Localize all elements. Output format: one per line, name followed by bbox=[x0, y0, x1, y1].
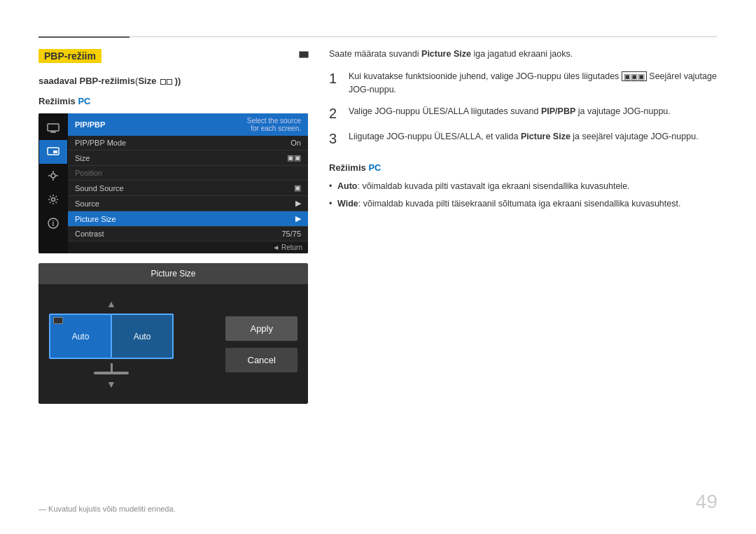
menu-item-picturesize-value: ▶ bbox=[295, 214, 301, 223]
section1-title: Režiimis PC bbox=[38, 96, 312, 106]
menu-box: i PIP/PBP Select the source for each scr… bbox=[38, 113, 308, 253]
step-number-3: 3 bbox=[329, 130, 342, 147]
right-section-title: Režiimis PC bbox=[329, 162, 718, 173]
menu-item-contrast-value: 75/75 bbox=[281, 230, 301, 238]
arrow-up-icon: ▲ bbox=[106, 298, 116, 309]
step-text-3: Liigutage JOG-nuppu ÜLES/ALLA, et valida… bbox=[349, 130, 699, 147]
step-number-1: 1 bbox=[329, 70, 342, 97]
monitor-stand bbox=[94, 363, 129, 374]
menu-item-size-label: Size bbox=[75, 154, 90, 162]
menu-icons-col: i bbox=[38, 113, 68, 253]
footer-note: Kuvatud kujutis võib mudeliti erineda. bbox=[38, 505, 176, 513]
menu-item-contrast[interactable]: Contrast 75/75 bbox=[68, 227, 308, 241]
menu-item-sound-value: ▣ bbox=[294, 183, 301, 192]
right-bullets: Auto: võimaldab kuvada pilti vastavalt i… bbox=[329, 180, 718, 211]
menu-item-position: Position bbox=[68, 166, 308, 181]
step-1: 1 Kui kuvatakse funktsioonide juhend, va… bbox=[329, 70, 718, 97]
menu-content-col: PIP/PBP Select the source for each scree… bbox=[68, 113, 308, 253]
menu-row: i PIP/PBP Select the source for each scr… bbox=[38, 113, 308, 253]
step-text-1: Kui kuvatakse funktsioonide juhend, vali… bbox=[349, 70, 718, 97]
screens-row: Auto Auto bbox=[49, 314, 174, 359]
size-icon-block1 bbox=[160, 79, 166, 85]
menu-item-sound-label: Sound Source bbox=[75, 184, 124, 192]
apply-cancel-col: Apply Cancel bbox=[225, 316, 298, 372]
page-number: 49 bbox=[696, 491, 718, 513]
screen-right: Auto bbox=[111, 314, 174, 359]
pbp-title: PBP-režiim bbox=[38, 49, 102, 63]
menu-item-position-label: Position bbox=[75, 169, 102, 177]
svg-point-5 bbox=[51, 174, 55, 178]
menu-item-mode[interactable]: PIP/PBP Mode On bbox=[68, 136, 308, 150]
bullet-wide: Wide: võimaldab kuvada pilti täisekraani… bbox=[329, 197, 718, 211]
screen-container: ▲ Auto Auto ▼ bbox=[49, 298, 174, 390]
menu-item-picturesize[interactable]: Picture Size ▶ bbox=[68, 211, 308, 227]
top-line bbox=[38, 36, 718, 37]
subtitle-bold: Size )) bbox=[138, 76, 181, 86]
step-number-2: 2 bbox=[329, 105, 342, 122]
subtitle: saadaval PBP-režiimis(Size )) bbox=[38, 76, 312, 86]
picture-size-body: ▲ Auto Auto ▼ App bbox=[38, 284, 308, 404]
monitor-neck bbox=[111, 363, 113, 372]
menu-icon-display bbox=[39, 116, 67, 140]
menu-item-mode-value: On bbox=[290, 139, 301, 147]
right-column: Saate määrata suvandi Picture Size iga j… bbox=[329, 49, 718, 216]
steps-list: 1 Kui kuvatakse funktsioonide juhend, va… bbox=[329, 70, 718, 147]
menu-header-hint: Select the source for each screen. bbox=[247, 117, 301, 132]
menu-item-source-value: ▶ bbox=[295, 199, 301, 208]
left-accent-line bbox=[38, 36, 130, 38]
step-3: 3 Liigutage JOG-nuppu ÜLES/ALLA, et vali… bbox=[329, 130, 718, 147]
menu-return-hint: ◄ Return bbox=[272, 244, 302, 251]
svg-rect-0 bbox=[48, 124, 59, 131]
menu-footer: ◄ Return bbox=[68, 241, 308, 253]
subtitle-text: saadaval PBP-režiimis bbox=[38, 76, 135, 86]
screen-left-corner-icon bbox=[53, 317, 63, 324]
menu-item-source[interactable]: Source ▶ bbox=[68, 196, 308, 211]
menu-icon-info: i bbox=[39, 211, 67, 235]
svg-point-10 bbox=[52, 198, 55, 202]
step-text-2: Valige JOG-nuppu ÜLES/ALLA liigutades su… bbox=[349, 105, 671, 122]
menu-header-label: PIP/PBP bbox=[75, 120, 105, 129]
apply-button[interactable]: Apply bbox=[225, 316, 298, 341]
right-intro: Saate määrata suvandi Picture Size iga j… bbox=[329, 49, 718, 59]
bullet-auto: Auto: võimaldab kuvada pilti vastavalt i… bbox=[329, 180, 718, 193]
step-2: 2 Valige JOG-nuppu ÜLES/ALLA liigutades … bbox=[329, 105, 718, 122]
svg-rect-4 bbox=[53, 150, 57, 153]
svg-text:i: i bbox=[52, 220, 55, 227]
cancel-button[interactable]: Cancel bbox=[225, 348, 298, 372]
picture-size-header: Picture Size bbox=[38, 263, 308, 284]
menu-icon-gear bbox=[39, 188, 67, 211]
left-column: PBP-režiim saadaval PBP-režiimis(Size ))… bbox=[38, 49, 312, 404]
menu-item-contrast-label: Contrast bbox=[75, 230, 104, 238]
size-icon-block2 bbox=[167, 79, 172, 85]
menu-header: PIP/PBP Select the source for each scree… bbox=[68, 113, 308, 136]
menu-icon-settings1 bbox=[39, 164, 67, 188]
picture-size-panel: Picture Size ▲ Auto Auto bbox=[38, 263, 308, 404]
monitor-base bbox=[94, 372, 129, 374]
menu-item-source-label: Source bbox=[75, 199, 99, 208]
menu-item-size-value: ▣▣ bbox=[287, 153, 301, 162]
menu-item-mode-label: PIP/PBP Mode bbox=[75, 139, 126, 147]
menu-item-picturesize-label: Picture Size bbox=[75, 215, 116, 223]
size-icon bbox=[160, 79, 172, 85]
screen-right-label: Auto bbox=[134, 332, 151, 342]
arrow-down-icon: ▼ bbox=[106, 379, 116, 390]
menu-icon-pip bbox=[39, 140, 67, 164]
screen-left-label: Auto bbox=[72, 332, 90, 342]
menu-item-sound[interactable]: Sound Source ▣ bbox=[68, 181, 308, 196]
screen-left: Auto bbox=[49, 314, 112, 359]
menu-item-size[interactable]: Size ▣▣ bbox=[68, 150, 308, 166]
